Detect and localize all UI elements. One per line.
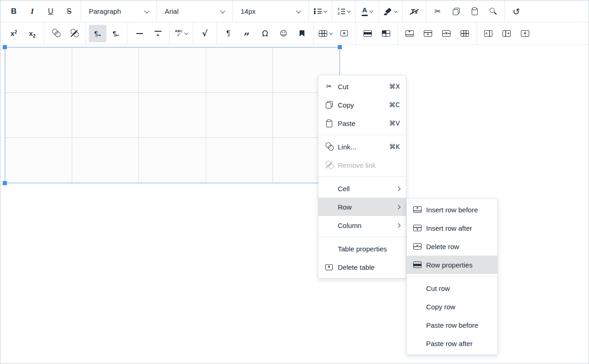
table-cell[interactable] xyxy=(72,138,139,183)
horizontal-rule-button[interactable] xyxy=(131,25,148,42)
context-menu-item-link[interactable]: Link... ⌘K xyxy=(318,137,406,156)
table-merge-cells-button[interactable] xyxy=(456,25,474,42)
subscript-button[interactable]: x2 xyxy=(23,25,41,42)
undo-icon: ↺ xyxy=(513,6,520,17)
submenu-item-paste-row-after[interactable]: Paste row after xyxy=(407,334,497,353)
page-break-button[interactable] xyxy=(149,25,167,42)
pilcrow-icon: ¶ xyxy=(226,29,231,38)
bold-button[interactable]: B xyxy=(5,3,23,20)
emoticons-button[interactable]: ☺ xyxy=(275,25,292,42)
delete-row-icon xyxy=(412,242,422,251)
table-cell[interactable] xyxy=(6,93,72,138)
table-column-group xyxy=(476,23,537,44)
submenu-item-insert-row-before[interactable]: Insert row before xyxy=(407,200,497,219)
paragraph-style-select[interactable]: Paragraph xyxy=(84,3,154,20)
special-character-button[interactable]: Ω xyxy=(256,25,274,42)
submenu-item-copy-row[interactable]: Copy row xyxy=(407,297,497,316)
menu-item-label: Table properties xyxy=(338,245,400,253)
table-cell-properties-button[interactable] xyxy=(377,25,395,42)
submenu-item-row-properties[interactable]: Row properties xyxy=(407,256,497,274)
submenu-item-cut-row[interactable]: Cut row xyxy=(407,279,497,297)
rtl-direction-button[interactable]: ¶← xyxy=(107,25,125,42)
paragraph-mark-button[interactable]: ¶ xyxy=(219,25,237,42)
table-insert-column-before-button[interactable] xyxy=(479,25,497,42)
table-row-properties-button[interactable] xyxy=(359,25,376,42)
superscript-button[interactable]: x2 xyxy=(5,25,23,42)
submenu-item-delete-row[interactable]: Delete row xyxy=(407,237,497,256)
table-cell[interactable] xyxy=(206,138,272,183)
menu-item-label: Insert row before xyxy=(426,206,491,214)
editor-table[interactable] xyxy=(5,47,340,183)
bullet-list-button[interactable] xyxy=(312,3,329,20)
search-button[interactable] xyxy=(484,3,502,20)
table-insert-row-before-button[interactable] xyxy=(401,25,418,42)
undo-button[interactable]: ↺ xyxy=(508,3,525,20)
context-menu-item-cut[interactable]: ✂ Cut ⌘X xyxy=(318,77,406,96)
table-insert-column-after-button[interactable] xyxy=(498,25,515,42)
table-cell[interactable] xyxy=(72,48,139,93)
remove-link-button[interactable] xyxy=(65,25,83,42)
delete-column-icon xyxy=(521,30,529,37)
menu-item-label: Cut row xyxy=(426,284,491,292)
clear-formatting-button[interactable]: Tx xyxy=(405,3,423,20)
blockquote-button[interactable]: ” xyxy=(238,25,255,42)
italic-button[interactable]: I xyxy=(23,3,41,20)
font-family-value: Arial xyxy=(165,7,179,15)
context-menu-item-table-properties[interactable]: Table properties xyxy=(318,239,406,258)
text-color-button[interactable]: A xyxy=(358,3,376,20)
highlight-color-group xyxy=(379,0,402,22)
underline-button[interactable]: U xyxy=(42,3,59,20)
context-menu-item-column[interactable]: Column xyxy=(318,216,406,234)
highlight-color-button[interactable] xyxy=(382,3,399,20)
delete-table-button[interactable] xyxy=(335,25,353,42)
table-main-group xyxy=(313,23,356,44)
numbered-list-button[interactable] xyxy=(335,3,352,20)
table-resize-handle-top-right[interactable] xyxy=(338,45,342,49)
ltr-direction-button[interactable]: ¶→ xyxy=(89,25,106,42)
table-cell[interactable] xyxy=(72,93,139,138)
direction-group: ¶→ ¶← xyxy=(86,23,127,44)
formula-button[interactable]: √ xyxy=(196,25,214,42)
rich-text-editor-window: B I U S Paragraph Arial 14px xyxy=(0,0,589,364)
chevron-down-icon xyxy=(144,8,149,13)
table-resize-handle-bottom-left[interactable] xyxy=(3,181,7,185)
table-cell[interactable] xyxy=(206,48,272,93)
insert-line-group xyxy=(127,23,169,44)
anchor-button[interactable] xyxy=(293,25,311,42)
table-cell[interactable] xyxy=(6,48,72,93)
text-color-icon: A xyxy=(362,6,368,16)
submenu-item-paste-row-before[interactable]: Paste row before xyxy=(407,316,497,334)
context-menu-item-cell[interactable]: Cell xyxy=(318,179,406,198)
table-cell[interactable] xyxy=(139,138,206,183)
table-delete-column-button[interactable] xyxy=(516,25,534,42)
table-resize-handle-top-left[interactable] xyxy=(3,45,7,49)
paste-button[interactable] xyxy=(466,3,483,20)
strikethrough-button[interactable]: S xyxy=(60,3,78,20)
context-menu-item-paste[interactable]: Paste ⌘V xyxy=(318,114,406,132)
font-size-select[interactable]: 14px xyxy=(236,3,306,20)
context-menu: ✂ Cut ⌘X Copy ⌘C Paste ⌘V Link... ⌘K Rem… xyxy=(318,75,406,279)
context-menu-item-row[interactable]: Row xyxy=(318,198,406,216)
table-cell[interactable] xyxy=(206,93,272,138)
table-cell[interactable] xyxy=(139,93,206,138)
insert-row-after-icon xyxy=(412,223,422,233)
insert-link-button[interactable] xyxy=(47,25,64,42)
menu-icon-spacer xyxy=(412,284,422,293)
table-delete-row-button[interactable] xyxy=(438,25,455,42)
cut-button[interactable]: ✂ xyxy=(429,3,446,20)
context-menu-item-remove-link[interactable]: Remove link xyxy=(318,156,406,174)
font-family-select[interactable]: Arial xyxy=(160,3,230,20)
submenu-item-insert-row-after[interactable]: Insert row after xyxy=(407,219,497,237)
context-menu-item-delete-table[interactable]: Delete table xyxy=(318,258,406,276)
table-cell[interactable] xyxy=(139,48,206,93)
row-properties-icon xyxy=(412,260,422,269)
table-cell[interactable] xyxy=(6,138,72,183)
paste-icon xyxy=(324,119,334,128)
context-menu-item-copy[interactable]: Copy ⌘C xyxy=(318,96,406,114)
table-insert-row-after-button[interactable] xyxy=(419,25,437,42)
insert-table-button[interactable] xyxy=(317,25,335,42)
insert-row-after-icon xyxy=(424,30,432,37)
copy-button[interactable] xyxy=(447,3,465,20)
spellcheck-button[interactable]: ABC✓ xyxy=(173,25,190,42)
editor-canvas[interactable] xyxy=(0,46,589,364)
